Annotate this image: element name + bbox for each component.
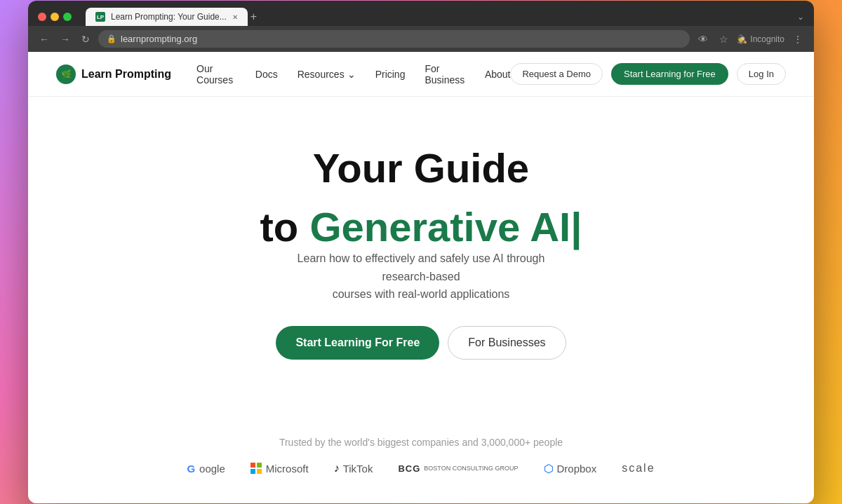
nav-resources-label: Resources xyxy=(298,69,345,80)
website-content: 🌿 Learn Prompting Our Courses Docs Resou… xyxy=(28,52,814,503)
scale-logo: scale xyxy=(622,462,655,475)
google-logo-text: oogle xyxy=(199,463,225,475)
hero-title-line2: to Generative AI| xyxy=(260,205,582,250)
company-logos: Google Microsoft ♪ TikTok BCG xyxy=(56,462,786,475)
tab-bar: LP Learn Prompting: Your Guide... ✕ + ⌄ xyxy=(86,8,804,26)
bcg-logo-text: BCG xyxy=(398,463,420,474)
address-bar[interactable]: 🔒 learnprompting.org xyxy=(98,30,690,48)
tiktok-logo-text: TikTok xyxy=(343,463,373,475)
tab-favicon: LP xyxy=(95,12,105,22)
logo-text: Learn Prompting xyxy=(81,68,171,81)
login-button[interactable]: Log In xyxy=(737,63,786,85)
nav-our-courses[interactable]: Our Courses xyxy=(196,63,236,86)
dropbox-logo: ⬡ Dropbox xyxy=(544,462,597,475)
main-nav: 🌿 Learn Prompting Our Courses Docs Resou… xyxy=(28,52,814,97)
chevron-down-icon: ⌄ xyxy=(347,69,356,80)
dropbox-logo-text: Dropbox xyxy=(557,463,597,475)
hero-title-green: Generative AI| xyxy=(309,204,582,250)
incognito-button[interactable]: 🕵 Incognito xyxy=(737,34,784,44)
nav-resources[interactable]: Resources ⌄ xyxy=(298,69,356,80)
microsoft-logo-text: Microsoft xyxy=(266,463,309,475)
lock-icon: 🔒 xyxy=(107,34,116,43)
trusted-text: Trusted by the world's biggest companies… xyxy=(56,437,786,448)
url-text: learnprompting.org xyxy=(121,34,197,44)
tiktok-icon: ♪ xyxy=(334,462,340,475)
bcg-full-text: BOSTON CONSULTING GROUP xyxy=(424,465,518,472)
toolbar-actions: 👁 ☆ 🕵 Incognito ⋮ xyxy=(695,32,806,46)
forward-button[interactable]: → xyxy=(58,32,73,46)
hero-businesses-button[interactable]: For Businesses xyxy=(448,326,566,360)
nav-actions: Request a Demo Start Learning for Free L… xyxy=(510,63,786,85)
reload-button[interactable]: ↻ xyxy=(79,32,93,46)
new-tab-button[interactable]: + xyxy=(250,11,257,23)
nav-for-business[interactable]: For Business xyxy=(425,63,465,86)
bookmark-icon[interactable]: ☆ xyxy=(716,32,731,46)
tab-close-icon[interactable]: ✕ xyxy=(232,13,238,21)
hero-subtitle: Learn how to effectively and safely use … xyxy=(274,250,568,304)
trusted-section: Trusted by the world's biggest companies… xyxy=(28,437,814,503)
incognito-label: Incognito xyxy=(750,34,784,44)
bcg-logo: BCG BOSTON CONSULTING GROUP xyxy=(398,463,518,474)
tiktok-logo: ♪ TikTok xyxy=(334,462,373,475)
nav-docs[interactable]: Docs xyxy=(255,69,278,80)
nav-pricing[interactable]: Pricing xyxy=(375,69,406,80)
google-logo: Google xyxy=(187,463,225,475)
hero-title-line1: Your Guide xyxy=(260,146,582,191)
menu-icon[interactable]: ⋮ xyxy=(790,32,806,46)
nav-links: Our Courses Docs Resources ⌄ Pricing For… xyxy=(196,63,510,86)
active-tab[interactable]: LP Learn Prompting: Your Guide... ✕ xyxy=(86,8,248,26)
logo-link[interactable]: 🌿 Learn Prompting xyxy=(56,64,171,84)
browser-chrome: LP Learn Prompting: Your Guide... ✕ + ⌄ … xyxy=(28,1,814,52)
hero-title-black: to xyxy=(260,204,310,250)
hero-subtitle-line1: Learn how to effectively and safely use … xyxy=(298,252,545,282)
incognito-icon: 🕵 xyxy=(737,34,747,44)
scale-logo-text: scale xyxy=(622,462,655,475)
hero-title: Your Guide to Generative AI| xyxy=(260,146,582,250)
browser-window: LP Learn Prompting: Your Guide... ✕ + ⌄ … xyxy=(28,1,814,503)
hero-start-free-button[interactable]: Start Learning For Free xyxy=(276,326,439,360)
hero-section: Your Guide to Generative AI| Learn how t… xyxy=(28,97,814,436)
microsoft-logo: Microsoft xyxy=(250,463,309,475)
microsoft-grid-icon xyxy=(250,463,262,474)
tab-options: ⌄ xyxy=(797,12,804,22)
hero-buttons: Start Learning For Free For Businesses xyxy=(276,326,566,360)
logo-icon: 🌿 xyxy=(56,64,76,84)
nav-about[interactable]: About xyxy=(485,69,511,80)
tab-title: Learn Prompting: Your Guide... xyxy=(111,12,227,22)
request-demo-button[interactable]: Request a Demo xyxy=(510,63,603,85)
close-button[interactable] xyxy=(38,13,46,21)
nav-start-free-button[interactable]: Start Learning for Free xyxy=(611,63,728,85)
dropbox-icon: ⬡ xyxy=(544,462,554,475)
back-button[interactable]: ← xyxy=(36,32,52,46)
browser-toolbar: ← → ↻ 🔒 learnprompting.org 👁 ☆ 🕵 Incogni… xyxy=(28,26,814,52)
eye-off-icon[interactable]: 👁 xyxy=(695,32,711,46)
maximize-button[interactable] xyxy=(63,13,72,21)
hero-subtitle-line2: courses with real-world applications xyxy=(333,288,510,300)
titlebar: LP Learn Prompting: Your Guide... ✕ + ⌄ xyxy=(28,1,814,26)
minimize-button[interactable] xyxy=(51,13,59,21)
window-controls xyxy=(38,13,72,21)
